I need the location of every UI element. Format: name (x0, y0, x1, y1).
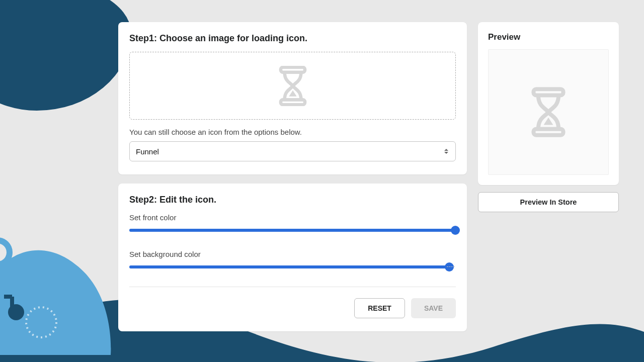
svg-rect-3 (280, 67, 304, 72)
slider-thumb[interactable] (451, 226, 460, 235)
save-button: SAVE (411, 298, 456, 318)
front-color-label: Set front color (129, 213, 456, 222)
preview-in-store-button[interactable]: Preview In Store (478, 192, 619, 212)
bg-color-label: Set background color (129, 250, 456, 258)
svg-rect-5 (533, 89, 563, 95)
svg-rect-4 (280, 100, 304, 105)
bg-color-slider[interactable] (129, 265, 450, 268)
divider (129, 287, 456, 287)
preview-box (488, 49, 609, 175)
front-color-slider[interactable] (129, 229, 456, 232)
reset-button[interactable]: RESET (354, 298, 405, 318)
svg-rect-6 (533, 129, 563, 135)
preview-card: Preview (478, 22, 619, 185)
step2-title: Step2: Edit the icon. (129, 195, 456, 205)
slider-track-end (447, 266, 455, 268)
slider-fill (129, 229, 456, 232)
slider-fill (129, 265, 450, 268)
icon-select-value: Funnel (136, 147, 159, 156)
hourglass-icon (527, 87, 570, 137)
select-caret-icon (444, 147, 450, 155)
icon-select-help: You can still choose an icon from the op… (129, 128, 456, 136)
step1-title: Step1: Choose an image for loading icon. (129, 33, 456, 44)
step2-card: Step2: Edit the icon. Set front color Se… (118, 184, 467, 331)
preview-title: Preview (488, 32, 609, 42)
step1-card: Step1: Choose an image for loading icon.… (118, 22, 467, 174)
hourglass-icon (275, 66, 310, 106)
icon-select[interactable]: Funnel (129, 141, 456, 161)
image-drop-zone[interactable] (129, 52, 456, 120)
